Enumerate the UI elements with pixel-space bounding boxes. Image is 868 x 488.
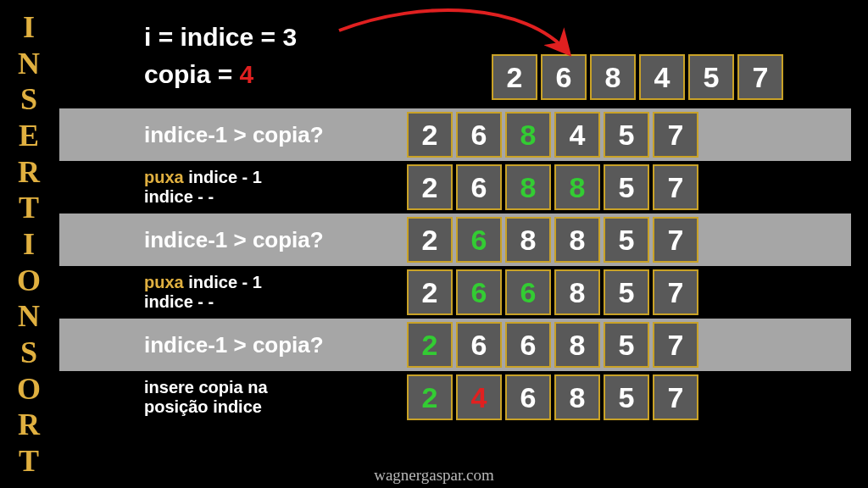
array-cell: 7 (737, 54, 783, 100)
title-letter: O (17, 374, 41, 404)
step-label: puxa indice - 1indice - - (59, 168, 407, 207)
step-label-text: insere copia naposição indice (144, 378, 407, 417)
step-row: indice-1 > copia?268857 (59, 214, 851, 266)
array-cell: 5 (604, 217, 649, 263)
array-cell: 4 (456, 374, 502, 420)
array-cell: 8 (554, 164, 600, 210)
array-cell: 8 (554, 269, 600, 315)
footer-credit: wagnergaspar.com (0, 466, 868, 485)
array-cell: 8 (554, 374, 600, 420)
state-line-1: i = indice = 3 (144, 19, 492, 56)
step-row: puxa indice - 1indice - -268857 (59, 161, 851, 214)
array-cell: 2 (492, 54, 537, 100)
array-cell: 6 (456, 322, 502, 368)
step-label-text: indice-1 > copia? (144, 332, 407, 358)
array-cell: 7 (653, 374, 698, 420)
step-label: indice-1 > copia? (59, 227, 407, 253)
step-label-text: indice-1 > copia? (144, 227, 407, 253)
step-label-text: puxa indice - 1indice - - (144, 273, 407, 312)
array-cell: 4 (554, 112, 600, 158)
title-letter: N (18, 301, 40, 331)
title-letter: O (17, 265, 41, 296)
array-cell: 2 (407, 322, 453, 368)
array-1: 268457 (407, 112, 698, 158)
array-cell: 5 (688, 54, 734, 100)
array-cell: 5 (604, 269, 649, 315)
title-letter: I (23, 229, 35, 259)
array-6: 246857 (407, 374, 698, 420)
array-cell: 6 (505, 269, 551, 315)
array-cell: 2 (407, 217, 453, 263)
array-cell: 8 (554, 322, 600, 368)
step-label: puxa indice - 1indice - - (59, 273, 407, 312)
vertical-title: INSERTIONSORT (12, 12, 46, 476)
step-row: indice-1 > copia?266857 (59, 319, 851, 371)
title-letter: E (19, 120, 39, 151)
array-cell: 8 (505, 164, 551, 210)
state-line-2: copia = 4 (144, 56, 492, 93)
title-letter: R (18, 409, 40, 440)
array-cell: 8 (505, 217, 551, 263)
array-cell: 8 (590, 54, 636, 100)
title-letter: N (18, 48, 40, 79)
array-cell: 4 (639, 54, 685, 100)
state-text: i = indice = 3 copia = 4 (59, 19, 492, 92)
array-cell: 6 (541, 54, 587, 100)
array-cell: 7 (653, 112, 698, 158)
array-cell: 7 (653, 322, 698, 368)
title-letter: R (18, 157, 40, 187)
step-label-text: puxa indice - 1indice - - (144, 168, 407, 207)
array-cell: 8 (505, 112, 551, 158)
title-letter: S (20, 84, 37, 114)
step-row: insere copia naposição indice246857 (59, 371, 851, 424)
array-cell: 5 (604, 112, 649, 158)
array-cell: 5 (604, 322, 649, 368)
step-label: indice-1 > copia? (59, 332, 407, 358)
array-cell: 2 (407, 112, 453, 158)
array-row-0: 268457 (492, 19, 783, 100)
array-cell: 6 (505, 322, 551, 368)
array-cell: 7 (653, 164, 698, 210)
array-cell: 6 (456, 217, 502, 263)
array-cell: 6 (456, 164, 502, 210)
step-label-text: indice-1 > copia? (144, 122, 407, 148)
array-cell: 2 (407, 269, 453, 315)
array-cell: 5 (604, 164, 649, 210)
step-row: indice-1 > copia?268457 (59, 108, 851, 161)
step-label: indice-1 > copia? (59, 122, 407, 148)
array-cell: 6 (456, 112, 502, 158)
array-0: 268457 (492, 54, 783, 100)
title-letter: S (20, 337, 37, 368)
array-cell: 5 (604, 374, 649, 420)
array-cell: 8 (554, 217, 600, 263)
title-letter: I (23, 12, 35, 42)
array-3: 268857 (407, 217, 698, 263)
step-label: insere copia naposição indice (59, 378, 407, 417)
array-cell: 2 (407, 374, 453, 420)
array-cell: 6 (456, 269, 502, 315)
diagram-content: i = indice = 3 copia = 4 268457 indice-1… (59, 19, 851, 424)
step-row: puxa indice - 1indice - -266857 (59, 266, 851, 319)
title-letter: T (19, 192, 39, 223)
array-5: 266857 (407, 322, 698, 368)
array-4: 266857 (407, 269, 698, 315)
array-2: 268857 (407, 164, 698, 210)
array-cell: 7 (653, 217, 698, 263)
array-cell: 2 (407, 164, 453, 210)
array-cell: 6 (505, 374, 551, 420)
array-cell: 7 (653, 269, 698, 315)
